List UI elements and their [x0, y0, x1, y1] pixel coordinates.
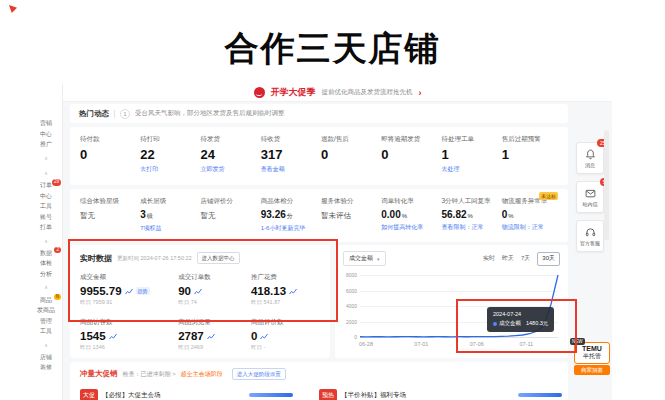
sidebar-item[interactable]: 体检	[40, 260, 52, 268]
sidebar-item[interactable]: 工具	[40, 328, 52, 336]
chart-range-tabs: 实时 昨天 7天 30天	[483, 252, 560, 266]
promo-tag: 预热	[319, 389, 337, 400]
trend-chart-icon[interactable]	[109, 333, 117, 340]
realtime-data-card: 实时数据 更新时间 2024-07-26 17:50:22 进入数据中心 成交金…	[70, 245, 330, 358]
hot-news-index-badge: 1	[120, 109, 130, 119]
sidebar-item-badge: 29	[52, 179, 61, 186]
stat-reply-rate: 3分钟人工回复率 56.82% 查看限制：正常	[442, 197, 502, 242]
sidebar-item-badge: 2	[54, 247, 61, 254]
left-sidebar: 营销中心推广∧∧订单29中心工具账号打单∧数据2体检分析∧商品N发商品管理工具∧…	[30, 84, 63, 400]
reply-limit-link[interactable]: 查看限制：正常	[442, 223, 502, 232]
tab-realtime[interactable]: 实时	[483, 254, 495, 263]
temu-recruit-widget[interactable]: NEW TEMU 半托管 商家招募	[574, 342, 610, 375]
chevron-right-icon: ›	[419, 88, 422, 98]
sidebar-item[interactable]: 店铺	[40, 354, 52, 362]
sidebar-item[interactable]: 营销	[40, 120, 52, 128]
experience-stats-card: 综合体验星级 暂无 成长层级 3级 7项权益 店铺评价分 暂无 商品体检分 93…	[70, 189, 568, 242]
metric-reviews: 商品评价数 0 昨日 -	[251, 318, 320, 351]
sidebar-item[interactable]: 管理	[40, 318, 52, 326]
mail-icon	[585, 188, 596, 199]
sidebar-item[interactable]: 账号	[40, 214, 52, 222]
inbox-button[interactable]: 5 站内信	[576, 181, 604, 213]
promo-entry-subsidy[interactable]: 预热 【半价补贴】福利专场	[319, 389, 558, 400]
stat-overall-star: 综合体验星级 暂无	[80, 197, 140, 242]
stat-product-health: 商品体检分 93.26分 1-6小时更新完毕	[261, 197, 321, 242]
bell-icon	[585, 149, 596, 160]
sidebar-item[interactable]: 分析	[40, 271, 52, 279]
trend-chart-icon[interactable]	[207, 333, 215, 340]
progress-bar	[249, 393, 293, 397]
promo-banner-subtitle: 提前优化商品及发货流程抢先机	[322, 88, 413, 97]
promo-settings-button[interactable]: 进入大促阶段设置	[232, 368, 286, 380]
tab-yesterday[interactable]: 昨天	[502, 254, 514, 263]
realtime-title: 实时数据	[80, 253, 112, 264]
handle-now-link[interactable]: 去处理	[442, 165, 502, 174]
trend-chart-icon[interactable]	[194, 288, 202, 295]
merchant-recruit-button[interactable]: 商家招募	[574, 365, 610, 375]
tooltip-date: 2024-07-24	[493, 310, 548, 319]
view-amount-link[interactable]: 查看金额	[261, 165, 321, 174]
ship-now-link[interactable]: 立即发货	[201, 165, 261, 174]
promo-entry-main-venue[interactable]: 大促 【必报】大促主会场	[80, 389, 319, 400]
metric-orders: 成交订单数 90 昨日 74	[178, 273, 251, 306]
metric-gmv: 成交金额 9955.79 趋势 昨日 7959.91	[80, 273, 178, 306]
trend-chart-icon[interactable]	[125, 288, 133, 295]
messages-button[interactable]: 25 消息	[576, 142, 604, 174]
sidebar-item[interactable]: 中心	[40, 131, 52, 139]
improve-conversion-link[interactable]: 如何提高转化率	[381, 223, 441, 232]
realtime-updated-time: 更新时间 2024-07-26 17:50:22	[117, 255, 192, 262]
tab-30days[interactable]: 30天	[537, 252, 560, 266]
sidebar-item[interactable]: 数据2	[40, 250, 52, 258]
promo-stage-highlight: 超全主会场阶段	[181, 370, 223, 379]
chevron-down-icon: ▾	[377, 256, 380, 262]
sidebar-collapse-chevron[interactable]: ∧	[44, 284, 48, 290]
sidebar-item[interactable]: 订单29	[40, 182, 52, 190]
health-update-link[interactable]: 1-6小时更新完毕	[261, 224, 321, 233]
tooltip-series: 成交金额	[499, 320, 521, 326]
trend-chart-icon[interactable]	[260, 333, 268, 340]
promo-section-title: 冲量大促销	[80, 369, 118, 379]
promo-logo-icon	[254, 87, 265, 98]
red-corner-mark-icon	[9, 5, 17, 13]
sidebar-item[interactable]: 发商品	[37, 307, 55, 315]
stat-aftersale-warning: 售后过期预警 1	[502, 135, 562, 185]
sidebar-collapse-chevron[interactable]: ∧	[44, 238, 48, 244]
stat-growth-level: 成长层级 3级 7项权益	[140, 197, 200, 242]
stat-to-print: 待打印 22 去打印	[140, 135, 200, 185]
trend-tag[interactable]: 趋势	[136, 287, 150, 295]
top-promo-banner[interactable]: 开学大促季 提前优化商品及发货流程抢先机 ›	[63, 84, 612, 102]
enter-data-center-button[interactable]: 进入数据中心	[197, 252, 240, 264]
sidebar-item[interactable]: 商品N	[40, 297, 52, 305]
sidebar-item[interactable]: 工具	[40, 203, 52, 211]
stat-shop-rating: 店铺评价分 暂无	[201, 197, 261, 242]
page-title: 合作三天店铺	[0, 26, 665, 72]
sidebar-item[interactable]: 中心	[40, 193, 52, 201]
new-tag: NEW	[570, 338, 585, 345]
metric-visitors: 商品访客数 1545 昨日 1346	[80, 318, 178, 351]
sidebar-collapse-chevron[interactable]: ∧	[44, 342, 48, 348]
sidebar-item[interactable]: 推广	[40, 141, 52, 149]
scrollbar-thumb[interactable]	[604, 130, 609, 240]
metric-ad-spend: 推广花费 418.13 昨日 541.87	[251, 273, 320, 306]
sidebar-collapse-chevron[interactable]: ∧	[44, 170, 48, 176]
hot-news-bar[interactable]: 热门动态 1 受台风天气影响，部分地区发货及售后规则临时调整	[70, 104, 568, 123]
stat-refund-aftersale: 退款/售后 0	[321, 135, 381, 185]
stat-service-score: 服务体验分 暂未评估	[321, 197, 381, 242]
official-support-button[interactable]: 官方客服	[576, 220, 604, 252]
metric-selector-dropdown[interactable]: 成交金额 ▾	[343, 251, 386, 266]
stat-logistics-abnormal: 未达标 物流服务异常率 0% 物流限制：正常	[502, 197, 562, 242]
benefits-link[interactable]: 7项权益	[140, 224, 200, 233]
trend-chart-icon[interactable]	[289, 288, 297, 295]
tab-7days[interactable]: 7天	[521, 254, 530, 263]
temu-badge-box: TEMU 半托管	[574, 342, 610, 364]
sidebar-item[interactable]: 打单	[40, 224, 52, 232]
right-rail: 25 消息 5 站内信 官方客服	[576, 142, 604, 252]
go-print-link[interactable]: 去打印	[140, 165, 200, 174]
promo-campaign-card: 冲量大促销 检查：已进冲刺期 > 超全主会场阶段 进入大促阶段设置 大促 【必报…	[70, 362, 568, 400]
series-dot-icon	[493, 322, 497, 326]
progress-bar	[518, 393, 562, 397]
sidebar-collapse-chevron[interactable]: ∧	[44, 155, 48, 161]
sidebar-item[interactable]: 装修	[40, 364, 52, 372]
divider	[114, 110, 115, 118]
logistics-limit-link[interactable]: 物流限制：正常	[502, 223, 562, 232]
